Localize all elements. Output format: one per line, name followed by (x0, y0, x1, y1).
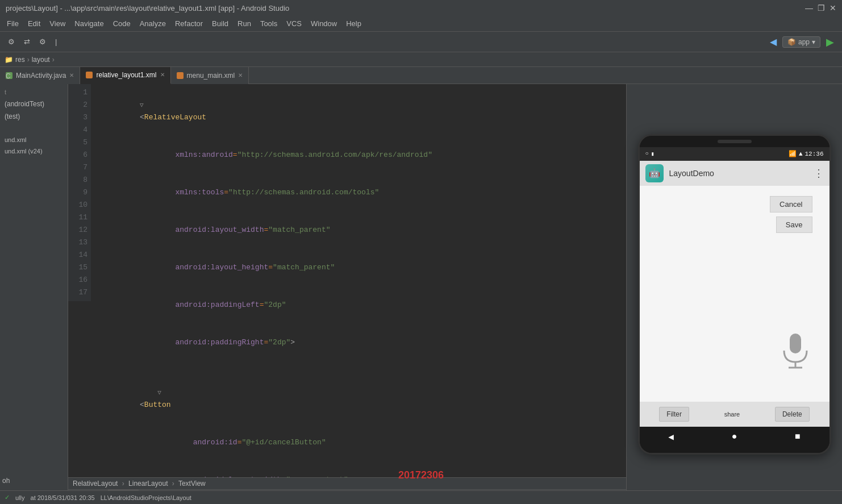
breadcrumb-layout[interactable]: layout (32, 56, 50, 64)
path-relativelayout[interactable]: RelativeLayout (73, 480, 118, 488)
menu-tools[interactable]: Tools (256, 17, 282, 30)
attr-layout-height: android:layout_height (175, 263, 268, 272)
menu-run[interactable]: Run (233, 17, 256, 30)
fold-9: ▽ (157, 389, 161, 396)
left-panel: t (androidTest) (test) und.xml und.xml (… (0, 84, 68, 504)
attr-xmlns-tools: xmlns:tools (175, 188, 224, 197)
androidtest-label: (androidTest) (5, 100, 44, 108)
tab-mainactivity[interactable]: C MainActivity.java ✕ (0, 67, 80, 84)
attr-padright: android:paddingRight (175, 338, 264, 347)
circle-icon: ○ (645, 151, 649, 157)
nav-recent-button[interactable]: ■ (795, 432, 801, 442)
breadcrumb-res[interactable]: res (15, 56, 25, 64)
xml-icon-2 (177, 72, 184, 79)
phone-app-bar: 🤖 LayoutDemo ⋮ (640, 161, 830, 186)
settings-icon[interactable]: ⚙ (5, 35, 18, 48)
val-padright: "2dp" (268, 338, 290, 347)
tag-relativelayout: RelativeLayout (144, 113, 206, 122)
code-line-4: android:layout_width="match_parent" (95, 211, 622, 249)
menu-edit[interactable]: Edit (23, 17, 45, 30)
filter-button[interactable]: Filter (659, 407, 689, 422)
watermark: 20172306 (398, 469, 444, 481)
phone-save-button[interactable]: Save (776, 216, 812, 233)
code-line-5: android:layout_height="match_parent" (95, 249, 622, 286)
app-selector-icon: 📦 (787, 38, 796, 46)
sdk-icon[interactable]: ⚙ (36, 35, 49, 48)
overflow-menu-icon[interactable]: ⋮ (814, 167, 824, 180)
menu-bar: File Edit View Navigate Code Analyze Ref… (0, 16, 842, 32)
menu-refactor[interactable]: Refactor (170, 17, 207, 30)
code-line-10: android:id="@+id/cancelButton" (95, 424, 622, 461)
phone-preview-panel: ○ ▮ 📶 ▲ 12:36 🤖 LayoutDemo ⋮ Cancel Save (626, 84, 842, 504)
delete-button[interactable]: Delete (775, 407, 810, 422)
tabs-bar: C MainActivity.java ✕ relative_layout1.x… (0, 67, 842, 84)
code-line-8 (95, 361, 622, 374)
status-right: 📶 ▲ 12:36 (789, 150, 824, 157)
nav-back-button[interactable]: ◀ (668, 431, 674, 443)
menu-navigate[interactable]: Navigate (70, 17, 108, 30)
status-timestamp: at 2018/5/31/031 20:35 (31, 494, 95, 501)
run-button[interactable]: ▶ (823, 35, 837, 49)
tab-mainactivity-close[interactable]: ✕ (69, 72, 74, 78)
editor-breadcrumb: RelativeLayout › LinearLayout › TextView (68, 478, 626, 489)
code-line-7: android:paddingRight="2dp"> (95, 324, 622, 361)
title-bar: projects\Layout] - ...\app\src\main\res\… (0, 0, 842, 16)
app-title: LayoutDemo (669, 169, 808, 178)
nav-home-button[interactable]: ● (732, 432, 737, 442)
maximize-button[interactable]: ❐ (818, 3, 825, 13)
attr-padleft: android:paddingLeft (175, 301, 259, 309)
tab-relative-layout[interactable]: relative_layout1.xml ✕ (80, 67, 170, 84)
wifi-icon: 📶 (789, 150, 797, 157)
code-line-6: android:paddingLeft="2dp" (95, 286, 622, 324)
battery-icon: ▮ (651, 151, 655, 157)
structure-icon[interactable]: | (52, 35, 60, 48)
minimize-button[interactable]: — (805, 3, 813, 13)
left-panel-sound-xml[interactable]: und.xml (0, 134, 68, 145)
breadcrumb-sep-2: › (52, 56, 55, 64)
app-selector[interactable]: 📦 app ▾ (782, 36, 820, 48)
menu-window[interactable]: Window (306, 17, 341, 30)
editor-content[interactable]: 1 2 3 4 5 6 7 8 9 10 11 12 13 14 15 16 1… (68, 84, 626, 477)
editor-area: 1 2 3 4 5 6 7 8 9 10 11 12 13 14 15 16 1… (68, 84, 626, 504)
attr-width: android:layout_width (193, 476, 282, 477)
val-layout-width: "match_parent" (268, 226, 330, 234)
path-sep-1: › (122, 480, 124, 488)
tab-menu-main[interactable]: menu_main.xml ✕ (171, 67, 249, 84)
code-line-11: android:layout_width="wrap_content" (95, 461, 622, 477)
attr-xmlns-android: xmlns:android (175, 151, 232, 159)
share-button[interactable]: share (718, 408, 747, 420)
code-line-3: xmlns:tools="http://schemas.android.com/… (95, 174, 622, 211)
sync-icon[interactable]: ⇄ (20, 35, 34, 48)
val-id: "@+id/cancelButton" (241, 438, 326, 447)
tab-relative-layout-close[interactable]: ✕ (160, 72, 165, 78)
menu-analyze[interactable]: Analyze (135, 17, 170, 30)
left-panel-androidtest[interactable]: (androidTest) (0, 98, 68, 110)
close-button[interactable]: ✕ (830, 3, 836, 13)
menu-vcs[interactable]: VCS (282, 17, 306, 30)
attr-layout-width: android:layout_width (175, 226, 264, 234)
tab-menu-main-close[interactable]: ✕ (238, 72, 243, 78)
phone-cancel-button[interactable]: Cancel (770, 196, 812, 213)
menu-view[interactable]: View (45, 17, 70, 30)
main-area: t (androidTest) (test) und.xml und.xml (… (0, 84, 842, 504)
menu-build[interactable]: Build (207, 17, 233, 30)
code-editor[interactable]: ▽ <RelativeLayout xmlns:android="http://… (91, 84, 626, 477)
side-note: oh (2, 477, 10, 485)
tag-button: Button (144, 401, 171, 409)
menu-file[interactable]: File (2, 17, 23, 30)
menu-code[interactable]: Code (109, 17, 135, 30)
val-padleft: "2dp" (264, 301, 286, 309)
app-icon: 🤖 (645, 164, 664, 182)
signal-icon: ▲ (799, 151, 803, 157)
phone-nav-bar: ◀ ● ■ (640, 427, 830, 447)
left-panel-sound-v24[interactable]: und.xml (v24) (0, 145, 68, 157)
path-linearlayout[interactable]: LinearLayout (128, 480, 168, 488)
status-message: ully (15, 494, 25, 501)
breadcrumb-sep-1: › (27, 56, 30, 64)
breadcrumb-folder-icon: 📁 (5, 56, 13, 64)
status-success-icon: ✓ (5, 494, 10, 501)
back-button[interactable]: ◀ (766, 35, 780, 48)
left-panel-test[interactable]: (test) (0, 110, 68, 123)
menu-help[interactable]: Help (341, 17, 366, 30)
path-textview[interactable]: TextView (178, 480, 206, 488)
